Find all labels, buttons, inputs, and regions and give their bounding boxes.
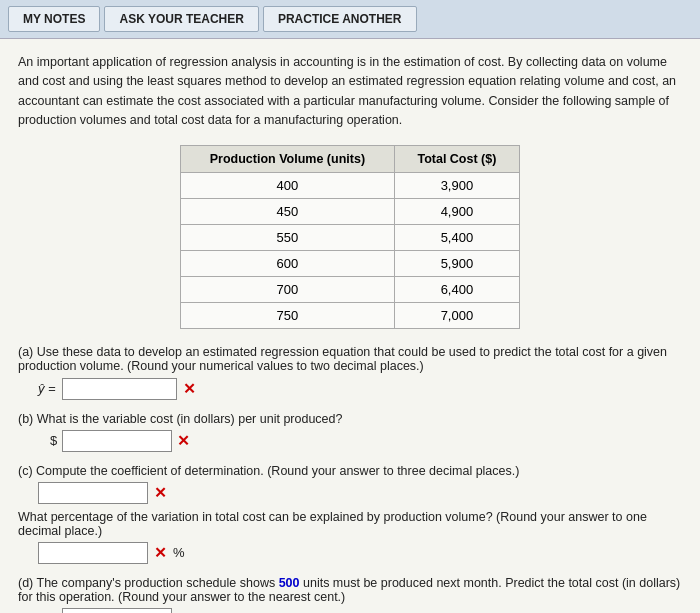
- ask-teacher-button[interactable]: ASK YOUR TEACHER: [104, 6, 258, 32]
- part-c-input-row: ✕: [38, 482, 682, 504]
- intro-text: An important application of regression a…: [18, 53, 682, 131]
- part-b-dollar: $: [50, 433, 57, 448]
- table-row: 7507,000: [181, 302, 520, 328]
- vol-cell: 600: [181, 250, 395, 276]
- part-a-xmark: ✕: [183, 380, 196, 398]
- cost-cell: 5,900: [394, 250, 519, 276]
- part-b-input[interactable]: [62, 430, 172, 452]
- vol-cell: 750: [181, 302, 395, 328]
- part-b-xmark: ✕: [177, 432, 190, 450]
- part-a-section: (a) Use these data to develop an estimat…: [18, 345, 682, 400]
- part-a-label: (a) Use these data to develop an estimat…: [18, 345, 682, 373]
- vol-cell: 700: [181, 276, 395, 302]
- yhat-label: ŷ =: [38, 381, 56, 396]
- cost-cell: 3,900: [394, 172, 519, 198]
- table-row: 4504,900: [181, 198, 520, 224]
- percent-sign: %: [173, 545, 185, 560]
- part-c-sub-label: What percentage of the variation in tota…: [18, 510, 682, 538]
- part-c-label: (c) Compute the coefficient of determina…: [18, 464, 682, 478]
- cost-cell: 6,400: [394, 276, 519, 302]
- col1-header: Production Volume (units): [181, 145, 395, 172]
- part-c2-input-row: ✕ %: [38, 542, 682, 564]
- part-c2-xmark: ✕: [154, 544, 167, 562]
- part-a-input-row: ŷ = ✕: [38, 378, 682, 400]
- top-bar: MY NOTES ASK YOUR TEACHER PRACTICE ANOTH…: [0, 0, 700, 39]
- part-d-highlight: 500: [279, 576, 300, 590]
- table-row: 4003,900: [181, 172, 520, 198]
- table-row: 7006,400: [181, 276, 520, 302]
- part-d-input[interactable]: [62, 608, 172, 614]
- vol-cell: 450: [181, 198, 395, 224]
- main-content: An important application of regression a…: [0, 39, 700, 613]
- part-d-label: (d) The company's production schedule sh…: [18, 576, 682, 604]
- table-row: 5505,400: [181, 224, 520, 250]
- cost-cell: 4,900: [394, 198, 519, 224]
- table-row: 6005,900: [181, 250, 520, 276]
- part-a-input[interactable]: [62, 378, 177, 400]
- practice-another-button[interactable]: PRACTICE ANOTHER: [263, 6, 417, 32]
- part-d-label-pre: (d) The company's production schedule sh…: [18, 576, 279, 590]
- part-b-section: (b) What is the variable cost (in dollar…: [18, 412, 682, 452]
- part-c-input[interactable]: [38, 482, 148, 504]
- part-b-input-row: $ ✕: [50, 430, 682, 452]
- cost-cell: 5,400: [394, 224, 519, 250]
- data-table: Production Volume (units) Total Cost ($)…: [180, 145, 520, 329]
- part-c2-input[interactable]: [38, 542, 148, 564]
- my-notes-button[interactable]: MY NOTES: [8, 6, 100, 32]
- part-c-xmark: ✕: [154, 484, 167, 502]
- part-b-label: (b) What is the variable cost (in dollar…: [18, 412, 682, 426]
- vol-cell: 400: [181, 172, 395, 198]
- part-d-section: (d) The company's production schedule sh…: [18, 576, 682, 614]
- col2-header: Total Cost ($): [394, 145, 519, 172]
- cost-cell: 7,000: [394, 302, 519, 328]
- part-c-section: (c) Compute the coefficient of determina…: [18, 464, 682, 564]
- part-d-xmark: ✕: [177, 610, 190, 614]
- vol-cell: 550: [181, 224, 395, 250]
- part-d-input-row: $ ✕: [50, 608, 682, 614]
